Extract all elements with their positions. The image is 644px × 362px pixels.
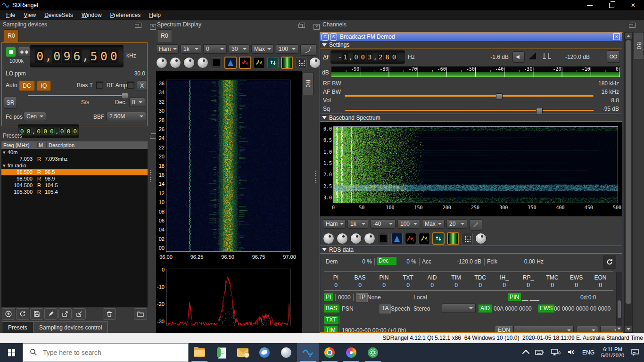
channels-scrollbar[interactable] [624,32,633,333]
load-preset-file-button[interactable] [134,308,147,320]
preset-row[interactable]: 98.900 R 98.9 [1,175,148,182]
sr-button[interactable]: SR [4,97,17,109]
export-preset-button[interactable] [58,308,72,320]
touch-keyboard-icon[interactable] [535,349,545,357]
collapse-arrow-icon[interactable]: ▾ [3,162,8,169]
audio-feedback-button[interactable] [607,50,620,63]
rds-eon-dropdown[interactable] [513,326,574,333]
float-panel-icon[interactable] [136,23,141,28]
rds-scrollbar[interactable] [616,272,622,326]
taskbar-pinwheel-icon[interactable] [340,343,362,362]
iq-correction-button[interactable]: IQ [37,81,51,91]
dial-knob[interactable] [350,233,362,244]
channels-side-tab-r0[interactable]: R0 [634,32,644,59]
edit-preset-button[interactable] [44,308,58,320]
tab-presets[interactable]: Presets [2,321,33,333]
max-hold-button[interactable] [419,233,430,244]
clear-spectrum-button[interactable] [378,233,389,244]
ref-level-dropdown[interactable]: 0 [203,44,227,54]
spectrum-peaks-icon[interactable] [543,51,553,61]
squelch-gate-icon[interactable] [528,52,536,59]
taskbar-green-app-icon[interactable] [362,343,384,362]
spectrum-trace-button[interactable] [224,57,237,69]
spectrum-tab-r0[interactable]: R0 [157,29,172,42]
center-frequency-dial[interactable]: 0,096,500 [30,45,124,67]
update-preset-button[interactable] [16,308,29,320]
decay-curve-button[interactable] [300,44,316,56]
import-preset-button[interactable] [73,308,86,320]
bb-fft-window-dropdown[interactable]: Ham [323,219,346,229]
rds-alt-freq-dropdown[interactable] [442,304,476,313]
channel-color-button[interactable]: C [322,33,329,41]
menu-help[interactable]: Help [145,11,165,19]
taskbar-clock[interactable]: 6:11 PM5/01/2020 [601,346,624,359]
scroll-up-icon[interactable] [625,33,632,39]
waterfall-button[interactable] [447,232,459,245]
action-center-icon[interactable] [631,348,639,357]
bb-averaging-mode-dropdown[interactable]: Max [422,219,445,229]
sample-rate-dial[interactable]: 08,000,000 [18,124,79,138]
preset-row[interactable]: 105.300 R 105.4 [1,189,148,195]
taskbar-notepad-icon[interactable] [210,343,232,362]
range-dropdown[interactable]: 30 [229,44,249,54]
float-panel-icon[interactable] [299,23,305,28]
dial-knob[interactable] [364,233,375,244]
delete-preset-button[interactable] [103,308,116,320]
taskbar-browser-sphere-icon[interactable] [275,343,297,362]
record-button[interactable] [18,47,30,57]
spectrum-plot[interactable] [166,269,290,326]
spectrum-side-tab-r0[interactable]: R0 [302,73,314,95]
slider-handle[interactable] [122,93,128,99]
grid-button[interactable] [296,57,307,68]
waterfall-plot[interactable] [166,80,290,252]
preset-group-row[interactable]: ▾ 40m [1,149,148,156]
preset-row-selected[interactable]: 96.500 R 96,5 [1,169,148,175]
decimation-dropdown[interactable]: 8 [129,98,145,107]
dial-knob[interactable] [183,57,195,68]
clear-spectrum-button[interactable] [211,57,222,68]
menu-view[interactable]: View [19,11,40,19]
audio-mute-button[interactable] [512,51,525,63]
bb-fft-size-dropdown[interactable]: 1k [347,219,368,229]
start-button[interactable] [0,343,23,362]
preset-row[interactable]: 104.500 R 104.5 [1,182,148,189]
bbf-dropdown[interactable]: 2.50M [107,112,146,121]
volume-icon[interactable] [567,349,576,357]
float-panel-icon[interactable] [630,23,636,28]
network-icon[interactable] [551,349,561,357]
restore-button[interactable] [601,0,622,10]
dial-knob[interactable] [156,57,167,68]
fft-window-dropdown[interactable]: Ham [156,44,179,54]
averaging-count-dropdown[interactable]: 100 [276,44,298,54]
linear-scale-button[interactable] [469,219,482,230]
tray-chevron-icon[interactable] [522,350,530,357]
dial-knob[interactable] [323,233,334,244]
histogram-button[interactable] [405,233,416,244]
rf-amp-checkbox[interactable] [127,82,134,89]
fft-size-dropdown[interactable]: 1k [181,44,201,54]
device-x-button[interactable]: X [137,81,147,91]
max-hold-button[interactable] [254,57,265,68]
preset-group-row[interactable]: ▾ fm radio [1,162,148,169]
bb-averaging-count-dropdown[interactable]: 20 [446,219,467,229]
dial-knob[interactable] [170,57,181,68]
menu-preferences[interactable]: Preferences [106,11,145,19]
scrollbar-thumb[interactable] [626,40,631,304]
splitter-handle[interactable] [150,170,151,182]
close-button[interactable]: ✕ [622,0,644,10]
bb-ref-level-dropdown[interactable]: -40 [370,219,396,229]
af-bw-slider[interactable] [345,107,594,114]
bb-range-dropdown[interactable]: 100 [397,219,420,229]
grid-button[interactable] [462,233,473,244]
scroll-down-icon[interactable] [616,326,621,332]
spectrum-trace-button[interactable] [391,233,403,244]
averaging-mode-dropdown[interactable]: Max [251,44,274,54]
baseband-section-header[interactable]: Baseband Spectrum [320,114,622,122]
menu-file[interactable]: File [2,11,19,19]
dial-knob[interactable] [197,57,208,68]
language-indicator[interactable]: ENG [582,349,594,356]
waterfall-direction-button[interactable] [267,57,279,68]
menu-window[interactable]: Window [77,11,106,19]
minimize-button[interactable]: — [579,0,601,10]
taskbar-thunderbird-icon[interactable] [254,343,275,362]
